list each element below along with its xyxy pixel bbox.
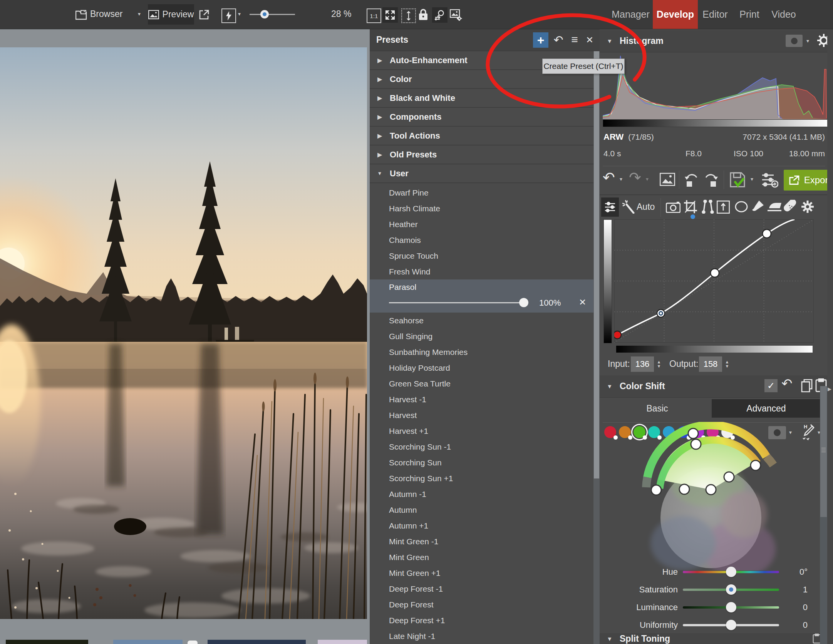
auto-button[interactable]: Auto — [637, 202, 655, 212]
preview-button[interactable]: Preview — [148, 4, 194, 25]
tool-brush-icon[interactable] — [751, 200, 764, 214]
preset-item[interactable]: Harvest +1 — [370, 423, 593, 439]
redo-button[interactable]: ↷ — [629, 169, 641, 186]
preset-item[interactable]: Scorching Sun +1 — [370, 470, 593, 486]
preset-item[interactable]: Deep Forest +1 — [370, 612, 593, 628]
undo-button[interactable]: ↶ — [603, 169, 615, 186]
panel-collapse-column[interactable]: ▶ — [827, 29, 833, 644]
preset-item[interactable]: Spruce Touch — [370, 248, 593, 264]
close-panel-button[interactable]: ✕ — [584, 35, 595, 46]
preset-category-black-and-white[interactable]: ▶Black and White — [370, 89, 593, 108]
tool-straighten-icon[interactable] — [701, 200, 714, 214]
curve-point-highlight[interactable] — [763, 229, 771, 238]
preset-item[interactable]: Harvest — [370, 407, 593, 423]
fit-height-button[interactable] — [401, 8, 416, 23]
preset-category-components[interactable]: ▶Components — [370, 108, 593, 127]
filmstrip-thumbnail[interactable] — [208, 640, 306, 644]
wheel-handle-wedge-left[interactable] — [679, 484, 689, 494]
color-shift-reset-button[interactable]: ↶ — [781, 376, 793, 391]
preset-category-user[interactable]: ▼User — [370, 164, 593, 183]
uniformity-slider-thumb[interactable] — [726, 620, 736, 630]
hue-eyedropper-button[interactable]: H — [799, 424, 815, 441]
preset-item[interactable]: Mint Green +1 — [370, 565, 593, 581]
browser-folder-icon[interactable] — [75, 9, 87, 20]
collapse-right-icon[interactable]: ▶ — [828, 386, 831, 392]
filmstrip[interactable] — [0, 640, 367, 644]
fit-to-screen-button[interactable] — [382, 7, 398, 23]
export-button[interactable]: Export ▾ — [784, 170, 833, 191]
preset-item-selected[interactable]: Parasol 100% ✕ — [370, 279, 593, 313]
lightning-caret-icon[interactable]: ▾ — [238, 11, 241, 17]
tool-gradient-filter-icon[interactable] — [767, 201, 782, 212]
preset-item[interactable]: Harvest -1 — [370, 391, 593, 407]
filmstrip-thumbnail[interactable] — [318, 640, 367, 644]
preset-item[interactable]: Sunbathing Memories — [370, 344, 593, 360]
luminance-slider-thumb[interactable] — [726, 602, 736, 612]
color-shift-copy-button[interactable] — [801, 379, 813, 392]
copy-settings-button[interactable] — [761, 171, 778, 188]
quick-edits-lightning-icon[interactable] — [221, 8, 236, 23]
tab-video[interactable]: Video — [766, 0, 801, 29]
tool-crop-icon[interactable] — [684, 200, 697, 214]
preset-item[interactable]: Mint Green — [370, 549, 593, 565]
swatch-red[interactable] — [604, 426, 616, 438]
preview-zoom-slider-thumb[interactable] — [260, 10, 269, 18]
wheel-handle-range-right[interactable] — [751, 460, 761, 470]
undo-caret-icon[interactable]: ▾ — [620, 176, 622, 182]
tab-print[interactable]: Print — [732, 0, 766, 29]
create-preset-button[interactable]: + — [533, 32, 548, 48]
input-field[interactable]: 136 — [631, 356, 654, 372]
tool-radial-filter-icon[interactable] — [734, 201, 748, 213]
preset-strength-thumb[interactable] — [519, 298, 528, 307]
preset-item[interactable]: Dwarf Pine — [370, 185, 593, 201]
preset-item[interactable]: Fresh Wind — [370, 264, 593, 279]
preset-item[interactable]: Late Night -1 — [370, 628, 593, 644]
tool-more-settings-gear-icon[interactable] — [801, 200, 815, 214]
spin-down-icon[interactable]: ▼ — [725, 364, 729, 368]
lock-zoom-icon[interactable] — [418, 8, 428, 21]
preset-item[interactable]: Heather — [370, 216, 593, 232]
open-new-window-icon[interactable] — [199, 9, 210, 20]
preset-item[interactable]: Autumn — [370, 502, 593, 518]
zoom-1-1-button[interactable]: 1:1 — [367, 8, 381, 23]
rotate-right-button[interactable] — [702, 171, 719, 188]
redo-caret-icon[interactable]: ▾ — [646, 176, 649, 182]
auto-enhance-wand-icon[interactable] — [622, 200, 635, 214]
filmstrip-thumbnail[interactable] — [113, 640, 183, 644]
presets-menu-button[interactable]: ≡ — [568, 33, 582, 47]
side-panel-scrollbar-thumb[interactable] — [820, 386, 827, 517]
preset-item[interactable]: Scorching Sun -1 — [370, 439, 593, 455]
photo-preview[interactable] — [0, 47, 367, 619]
wheel-handle-pivot[interactable] — [706, 485, 716, 495]
preset-item[interactable]: Scorching Sun — [370, 455, 593, 470]
color-shift-enabled-checkbox[interactable]: ✓ — [764, 379, 778, 392]
preset-item[interactable]: Deep Forest -1 — [370, 581, 593, 597]
saturation-slider-thumb[interactable] — [726, 584, 736, 595]
rotate-left-button[interactable] — [684, 171, 701, 188]
save-caret-icon[interactable]: ▾ — [751, 176, 753, 182]
browser-button[interactable]: Browser — [90, 9, 122, 19]
preview-settings-icon[interactable] — [450, 9, 462, 21]
tone-curve-editor[interactable] — [614, 219, 814, 343]
filmstrip-thumbnail[interactable] — [6, 640, 88, 644]
tool-adjustments[interactable] — [601, 197, 619, 217]
remove-preset-button[interactable]: ✕ — [579, 297, 586, 308]
preset-item[interactable]: Gull Singing — [370, 328, 593, 344]
mask-caret-icon[interactable]: ▾ — [789, 429, 792, 435]
preset-item[interactable]: Chamois — [370, 232, 593, 248]
curve-point-selected[interactable] — [657, 309, 665, 317]
color-shift-wheel[interactable] — [641, 422, 783, 570]
preset-item[interactable]: Seahorse — [370, 313, 593, 328]
output-field[interactable]: 158 — [699, 356, 722, 372]
wheel-handle-wedge-right[interactable] — [724, 472, 734, 482]
wheel-handle-outer-range[interactable] — [688, 428, 698, 438]
synchronized-zoom-button[interactable] — [432, 7, 448, 23]
preset-item[interactable]: Autumn +1 — [370, 518, 593, 534]
curve-point-black[interactable] — [614, 331, 621, 339]
tab-advanced[interactable]: Advanced — [712, 399, 821, 418]
preset-item[interactable]: Autumn -1 — [370, 486, 593, 502]
tool-white-balance-camera-icon[interactable] — [666, 201, 680, 213]
tab-editor[interactable]: Editor — [698, 0, 732, 29]
tool-healing-patch-icon[interactable] — [784, 200, 798, 214]
output-spinner[interactable]: ▲▼ — [723, 356, 731, 372]
